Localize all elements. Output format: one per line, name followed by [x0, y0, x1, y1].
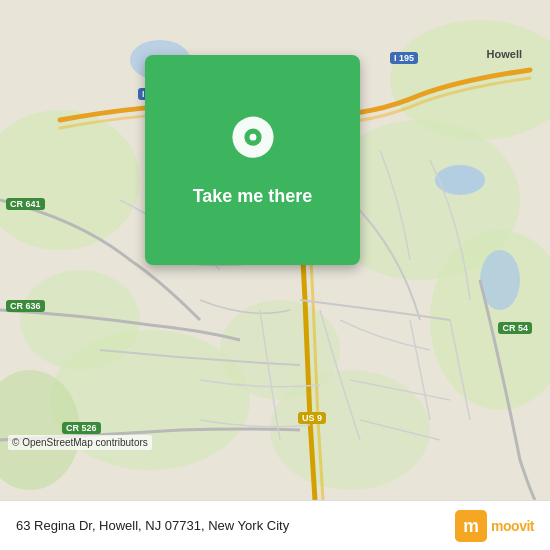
address-text: 63 Regina Dr, Howell, NJ 07731, New York…	[16, 518, 455, 533]
us9-label-low: US 9	[298, 412, 326, 424]
take-me-there-button[interactable]: Take me there	[193, 186, 313, 207]
moovit-icon: m	[455, 510, 487, 542]
location-pin-icon	[223, 114, 283, 174]
moovit-logo: m moovit	[455, 510, 534, 542]
cr54-label: CR 54	[498, 322, 532, 334]
cr641-label: CR 641	[6, 198, 45, 210]
map-container: I 195 I 195 Howell CR 641 CR 636 US 9 US…	[0, 0, 550, 500]
i195-label-right: I 195	[390, 52, 418, 64]
howell-label: Howell	[487, 48, 522, 60]
cr636-label: CR 636	[6, 300, 45, 312]
footer-bar: 63 Regina Dr, Howell, NJ 07731, New York…	[0, 500, 550, 550]
take-me-there-card[interactable]: Take me there	[145, 55, 360, 265]
moovit-text: moovit	[491, 518, 534, 534]
map-attribution: © OpenStreetMap contributors	[8, 435, 152, 450]
cr526-label: CR 526	[62, 422, 101, 434]
svg-text:m: m	[463, 516, 479, 536]
svg-point-15	[249, 133, 256, 140]
svg-point-10	[435, 165, 485, 195]
